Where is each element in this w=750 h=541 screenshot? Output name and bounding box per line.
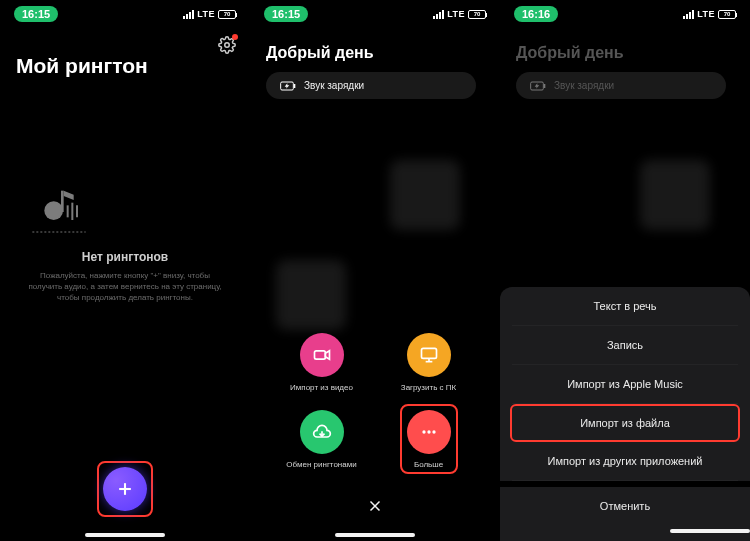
status-bar: 16:15 LTE 70 xyxy=(250,0,500,26)
greeting: Добрый день xyxy=(500,26,750,72)
network-label: LTE xyxy=(197,9,215,19)
blurred-card xyxy=(390,160,460,230)
svg-rect-21 xyxy=(544,84,545,88)
svg-rect-10 xyxy=(294,84,295,88)
status-bar: 16:15 LTE 70 xyxy=(0,0,250,26)
battery-icon: 70 xyxy=(718,10,736,19)
network-label: LTE xyxy=(697,9,715,19)
empty-state: Нет рингтонов Пожалуйста, нажмите кнопку… xyxy=(0,180,250,304)
action-label: Загрузить с ПК xyxy=(401,383,456,392)
status-right: LTE 70 xyxy=(433,9,486,19)
sheet-cancel[interactable]: Отменить xyxy=(500,487,750,525)
home-indicator[interactable] xyxy=(335,533,415,537)
svg-rect-3 xyxy=(61,191,64,212)
svg-rect-12 xyxy=(421,348,436,358)
sheet-item-apple-music[interactable]: Импорт из Apple Music xyxy=(512,365,738,404)
battery-icon: 70 xyxy=(218,10,236,19)
settings-button[interactable] xyxy=(218,36,236,54)
pill-label: Звук зарядки xyxy=(304,80,364,91)
sheet-item-tts[interactable]: Текст в речь xyxy=(512,287,738,326)
add-button[interactable] xyxy=(103,467,147,511)
action-share-ringtones[interactable]: Обмен рингтонами xyxy=(282,410,361,469)
status-time: 16:15 xyxy=(264,6,308,22)
add-button-highlight xyxy=(97,461,153,517)
network-label: LTE xyxy=(447,9,465,19)
monitor-icon xyxy=(419,345,439,365)
action-import-video[interactable]: Импорт из видео xyxy=(282,333,361,392)
charging-sound-pill[interactable]: Звук зарядки xyxy=(266,72,476,99)
empty-title: Нет рингтонов xyxy=(24,250,226,264)
blurred-card xyxy=(640,160,710,230)
action-label: Импорт из видео xyxy=(290,383,353,392)
more-highlight xyxy=(400,404,458,474)
greeting: Добрый день xyxy=(250,26,500,72)
cloud-download-icon xyxy=(312,422,332,442)
action-more[interactable]: Больше xyxy=(389,410,468,469)
action-download-pc[interactable]: Загрузить с ПК xyxy=(389,333,468,392)
signal-icon xyxy=(183,10,194,19)
plus-icon xyxy=(115,479,135,499)
sheet-item-other-apps[interactable]: Импорт из других приложений xyxy=(512,442,738,481)
status-time: 16:15 xyxy=(14,6,58,22)
battery-icon: 70 xyxy=(468,10,486,19)
sheet-item-file[interactable]: Импорт из файла xyxy=(510,404,740,442)
signal-icon xyxy=(683,10,694,19)
svg-rect-11 xyxy=(314,351,325,359)
notification-dot xyxy=(232,34,238,40)
home-indicator[interactable] xyxy=(670,529,750,533)
battery-charge-icon xyxy=(280,81,296,91)
pill-label: Звук зарядки xyxy=(554,80,614,91)
blurred-card xyxy=(276,260,346,330)
charging-sound-pill[interactable]: Звук зарядки xyxy=(516,72,726,99)
status-right: LTE 70 xyxy=(183,9,236,19)
screen-more-sheet: 16:16 LTE 70 Добрый день Звук зарядки Те… xyxy=(500,0,750,541)
status-bar: 16:16 LTE 70 xyxy=(500,0,750,26)
battery-charge-icon xyxy=(530,81,546,91)
action-grid: Импорт из видео Загрузить с ПК Обмен рин… xyxy=(250,333,500,469)
close-button[interactable] xyxy=(366,497,384,515)
empty-description: Пожалуйста, нажмите кнопку "+" внизу, чт… xyxy=(24,270,226,304)
action-sheet: Текст в речь Запись Импорт из Apple Musi… xyxy=(500,287,750,541)
svg-point-2 xyxy=(44,201,63,220)
svg-point-0 xyxy=(225,43,230,48)
signal-icon xyxy=(433,10,444,19)
status-right: LTE 70 xyxy=(683,9,736,19)
sheet-item-record[interactable]: Запись xyxy=(512,326,738,365)
screen-import-menu: 16:15 LTE 70 Добрый день Звук зарядки Им… xyxy=(250,0,500,541)
action-label: Обмен рингтонами xyxy=(286,460,356,469)
camera-icon xyxy=(312,345,332,365)
close-icon xyxy=(366,497,384,515)
screen-my-ringtone: 16:15 LTE 70 Мой рингтон Нет рингт xyxy=(0,0,250,541)
music-note-icon xyxy=(24,180,226,240)
page-title: Мой рингтон xyxy=(0,26,250,78)
home-indicator[interactable] xyxy=(85,533,165,537)
status-time: 16:16 xyxy=(514,6,558,22)
